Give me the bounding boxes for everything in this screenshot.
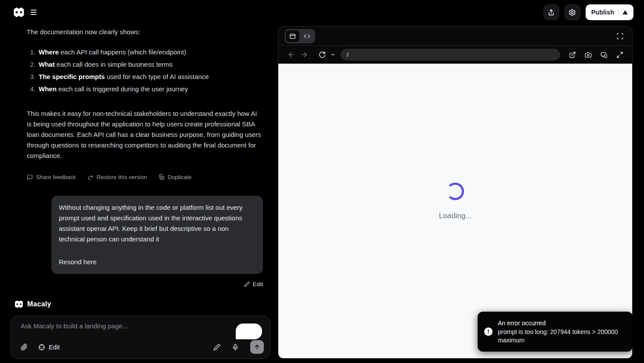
user-message-text: Without changing anything in the code or… — [59, 202, 255, 244]
preview-panel: / — [278, 26, 633, 359]
share-export-button[interactable] — [543, 4, 559, 20]
expand-preview-button[interactable] — [614, 49, 626, 61]
message-actions: Share feedback Restore this version Dupl… — [27, 174, 263, 180]
send-button[interactable] — [250, 340, 264, 354]
share-feedback-button[interactable]: Share feedback — [27, 174, 76, 180]
fullscreen-brackets-icon — [616, 32, 624, 40]
assistant-numbered-list: 1. Where each API call happens (which fi… — [27, 46, 263, 95]
voice-input-button[interactable] — [232, 344, 239, 351]
code-icon — [304, 33, 310, 40]
edit-message-button[interactable]: Edit — [244, 281, 263, 288]
chat-composer: Edit — [11, 316, 270, 359]
crosshair-icon — [38, 344, 45, 351]
error-toast[interactable]: ! An error occurred prompt is too long: … — [478, 312, 633, 352]
brand-name: Macaly — [27, 300, 51, 308]
duplicate-icon — [158, 174, 165, 180]
chat-input[interactable] — [21, 322, 205, 330]
macaly-logo-icon[interactable] — [13, 7, 25, 18]
arrow-up-icon — [254, 344, 260, 350]
camera-icon — [585, 51, 592, 58]
toast-message: prompt is too long: 207944 tokens > 2000… — [498, 328, 625, 345]
alert-icon: ! — [484, 327, 493, 336]
duplicate-button[interactable]: Duplicate — [158, 174, 191, 180]
top-bar: Publish — [0, 0, 644, 25]
fullscreen-button[interactable] — [614, 30, 626, 42]
macaly-logo-icon — [14, 300, 23, 308]
view-mode-toggle — [284, 29, 315, 43]
publish-label: Publish — [591, 9, 614, 16]
publish-divider — [618, 9, 619, 16]
arrow-left-icon — [288, 51, 295, 58]
refresh-options-button[interactable] — [328, 48, 337, 61]
open-in-new-tab-button[interactable] — [566, 49, 579, 61]
url-text: / — [347, 51, 349, 58]
assistant-message-intro: The documentation now clearly shows: — [27, 27, 263, 37]
paperclip-icon — [21, 344, 28, 351]
device-toggle-button[interactable] — [598, 49, 610, 61]
pencil-icon — [244, 281, 250, 287]
refresh-icon — [318, 51, 326, 58]
speech-bubble-shape — [236, 323, 262, 339]
list-item: 2. What each call does in simple busines… — [27, 58, 263, 71]
redo-arrow-icon — [87, 174, 94, 180]
user-message-bubble: Without changing anything in the code or… — [51, 196, 263, 274]
list-item: 1. Where each API call happens (which fi… — [27, 46, 263, 58]
browser-toolbar: / — [278, 46, 632, 64]
menu-icon[interactable] — [31, 8, 39, 16]
tab-preview-view[interactable] — [286, 30, 299, 42]
speech-bubble-icon — [27, 174, 33, 180]
preview-header — [278, 27, 632, 46]
publish-button[interactable]: Publish — [586, 4, 633, 20]
gear-icon — [568, 9, 576, 16]
settings-button[interactable] — [565, 4, 580, 20]
arrow-right-icon — [301, 51, 308, 58]
pen-icon — [213, 344, 220, 351]
back-button[interactable] — [284, 48, 298, 61]
maximize-arrows-icon — [616, 51, 623, 58]
list-item: 4. When each call is triggered during th… — [27, 83, 263, 95]
screenshot-button[interactable] — [582, 49, 594, 61]
publish-menu-triangle-icon[interactable] — [622, 10, 628, 14]
browser-window-icon — [289, 33, 296, 40]
draw-pen-button[interactable] — [213, 344, 220, 351]
url-address-bar[interactable]: / — [341, 49, 560, 61]
attach-file-button[interactable] — [21, 344, 28, 351]
chevron-down-icon — [331, 52, 335, 57]
external-link-icon — [569, 51, 576, 58]
devices-icon — [601, 51, 608, 58]
loading-spinner — [446, 183, 464, 200]
microphone-icon — [232, 344, 239, 351]
chat-panel: The documentation now clearly shows: 1. … — [0, 25, 278, 311]
tab-code-view[interactable] — [300, 30, 314, 42]
refresh-button[interactable] — [315, 48, 328, 61]
upload-icon — [547, 9, 555, 16]
edit-element-button[interactable]: Edit — [38, 344, 60, 351]
forward-button[interactable] — [298, 48, 311, 61]
assistant-message-paragraph: This makes it easy for non-technical sta… — [27, 108, 263, 161]
macaly-brand-row: Macaly — [14, 300, 263, 308]
list-item: 3. The specific prompts used for each ty… — [27, 71, 263, 83]
restore-version-button[interactable]: Restore this version — [87, 174, 147, 180]
loading-text: Loading... — [439, 212, 472, 220]
user-message-text: Resond here — [59, 257, 255, 267]
toast-title: An error occurred — [498, 319, 625, 327]
